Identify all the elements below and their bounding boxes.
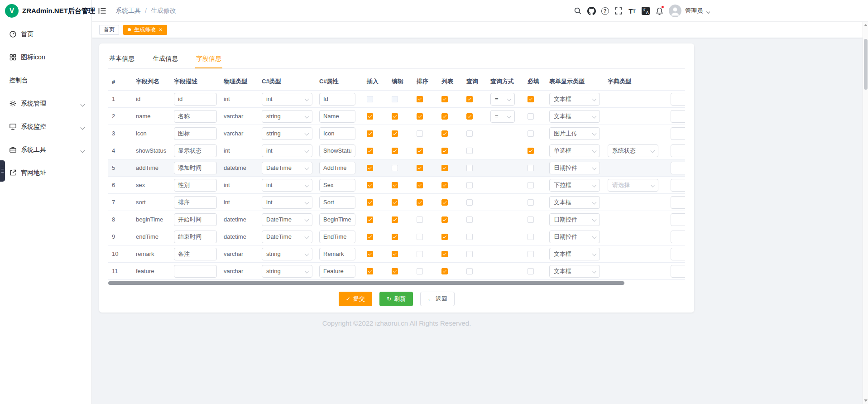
display-type-select[interactable]: 日期控件 — [549, 231, 600, 243]
help-icon[interactable]: ? — [598, 0, 612, 22]
column-description-input[interactable] — [174, 265, 217, 278]
csharp-type-select[interactable]: int — [262, 93, 312, 106]
checkbox-edit[interactable] — [392, 113, 398, 120]
checkbox-sort[interactable] — [417, 165, 423, 171]
checkbox-required[interactable] — [528, 113, 534, 120]
overflow-input[interactable] — [671, 265, 685, 278]
checkbox-required[interactable] — [528, 165, 534, 171]
checkbox-sort[interactable] — [417, 113, 423, 120]
horizontal-scrollbar-thumb[interactable] — [108, 281, 624, 285]
checkbox-sort[interactable] — [417, 268, 423, 274]
sidebar-item-home[interactable]: 首页 — [0, 23, 91, 46]
checkbox-edit[interactable] — [392, 199, 398, 206]
csharp-type-select[interactable]: int — [262, 196, 312, 209]
dict-type-select[interactable]: 系统状态 — [608, 144, 658, 157]
sidebar-item-official-site[interactable]: 官网地址 — [0, 161, 91, 184]
horizontal-scrollbar[interactable] — [108, 281, 685, 285]
display-type-select[interactable]: 日期控件 — [549, 213, 600, 226]
csharp-type-select[interactable]: DateTime — [262, 162, 312, 174]
search-icon[interactable] — [571, 0, 585, 22]
checkbox-query[interactable] — [466, 96, 473, 102]
checkbox-query[interactable] — [466, 148, 473, 154]
checkbox-insert[interactable] — [367, 199, 373, 206]
checkbox-list[interactable] — [441, 113, 448, 120]
checkbox-sort[interactable] — [417, 148, 423, 154]
csharp-attr-input[interactable] — [319, 93, 355, 106]
column-description-input[interactable] — [174, 93, 217, 106]
checkbox-required[interactable] — [528, 216, 534, 223]
checkbox-sort[interactable] — [417, 96, 423, 102]
checkbox-required[interactable] — [528, 268, 534, 274]
column-description-input[interactable] — [174, 162, 217, 174]
vertical-scrollbar-thumb[interactable] — [864, 39, 868, 90]
tag-home[interactable]: 首页 — [99, 25, 119, 35]
checkbox-sort[interactable] — [417, 199, 423, 206]
github-icon[interactable] — [585, 0, 598, 22]
checkbox-edit[interactable] — [392, 182, 398, 188]
submit-button[interactable]: ✓ 提交 — [339, 292, 372, 306]
checkbox-query[interactable] — [466, 234, 473, 240]
checkbox-required[interactable] — [528, 182, 534, 188]
checkbox-edit[interactable] — [392, 251, 398, 257]
checkbox-required[interactable] — [528, 96, 534, 102]
checkbox-insert[interactable] — [367, 268, 373, 274]
notification-bell-icon[interactable] — [652, 0, 666, 22]
query-type-select[interactable]: = — [490, 110, 515, 123]
display-type-select[interactable]: 文本框 — [549, 265, 600, 278]
tag-gen-edit[interactable]: 生成修改 × — [123, 25, 167, 35]
checkbox-list[interactable] — [441, 199, 448, 206]
csharp-attr-input[interactable] — [319, 179, 355, 192]
display-type-select[interactable]: 图片上传 — [549, 127, 600, 140]
sidebar-item-icons[interactable]: 图标icon — [0, 46, 91, 69]
checkbox-edit[interactable] — [392, 216, 398, 223]
checkbox-required[interactable] — [528, 199, 534, 206]
checkbox-insert[interactable] — [367, 216, 373, 223]
checkbox-query[interactable] — [466, 130, 473, 137]
csharp-type-select[interactable]: string — [262, 110, 312, 123]
checkbox-query[interactable] — [466, 182, 473, 188]
csharp-attr-input[interactable] — [319, 265, 355, 278]
csharp-attr-input[interactable] — [319, 196, 355, 209]
dict-type-select[interactable]: 请选择 — [608, 179, 658, 192]
breadcrumb-parent[interactable]: 系统工具 — [115, 7, 141, 15]
checkbox-query[interactable] — [466, 113, 473, 120]
checkbox-list[interactable] — [441, 234, 448, 240]
fullscreen-icon[interactable] — [612, 0, 625, 22]
column-description-input[interactable] — [174, 213, 217, 226]
display-type-select[interactable]: 文本框 — [549, 248, 600, 260]
checkbox-sort[interactable] — [417, 251, 423, 257]
column-description-input[interactable] — [174, 144, 217, 157]
checkbox-required[interactable] — [528, 148, 534, 154]
checkbox-list[interactable] — [441, 251, 448, 257]
checkbox-edit[interactable] — [392, 268, 398, 274]
checkbox-sort[interactable] — [417, 182, 423, 188]
overflow-input[interactable] — [671, 179, 685, 192]
checkbox-insert[interactable] — [367, 130, 373, 137]
checkbox-query[interactable] — [466, 268, 473, 274]
display-type-select[interactable]: 下拉框 — [549, 179, 600, 192]
display-type-select[interactable]: 文本框 — [549, 196, 600, 209]
checkbox-required[interactable] — [528, 234, 534, 240]
display-type-select[interactable]: 单选框 — [549, 144, 600, 157]
csharp-type-select[interactable]: string — [262, 127, 312, 140]
column-description-input[interactable] — [174, 179, 217, 192]
checkbox-required[interactable] — [528, 130, 534, 137]
sidebar-item-console[interactable]: 控制台 — [0, 69, 91, 92]
column-description-input[interactable] — [174, 127, 217, 140]
sidebar-toggle-icon[interactable] — [98, 6, 107, 15]
sidebar-item-system-manage[interactable]: 系统管理 — [0, 92, 91, 115]
overflow-input[interactable] — [671, 144, 685, 157]
overflow-input[interactable] — [671, 93, 685, 106]
overflow-input[interactable] — [671, 196, 685, 209]
checkbox-edit[interactable] — [392, 96, 398, 102]
checkbox-insert[interactable] — [367, 165, 373, 171]
sidebar-item-system-tools[interactable]: 系统工具 — [0, 138, 91, 161]
checkbox-list[interactable] — [441, 268, 448, 274]
checkbox-edit[interactable] — [392, 148, 398, 154]
column-description-input[interactable] — [174, 248, 217, 260]
tab-field-info[interactable]: 字段信息 — [195, 51, 222, 68]
tab-basic-info[interactable]: 基本信息 — [108, 51, 135, 68]
tab-gen-info[interactable]: 生成信息 — [152, 51, 179, 68]
scroll-down-arrow-icon[interactable] — [864, 399, 868, 402]
overflow-input[interactable] — [671, 127, 685, 140]
